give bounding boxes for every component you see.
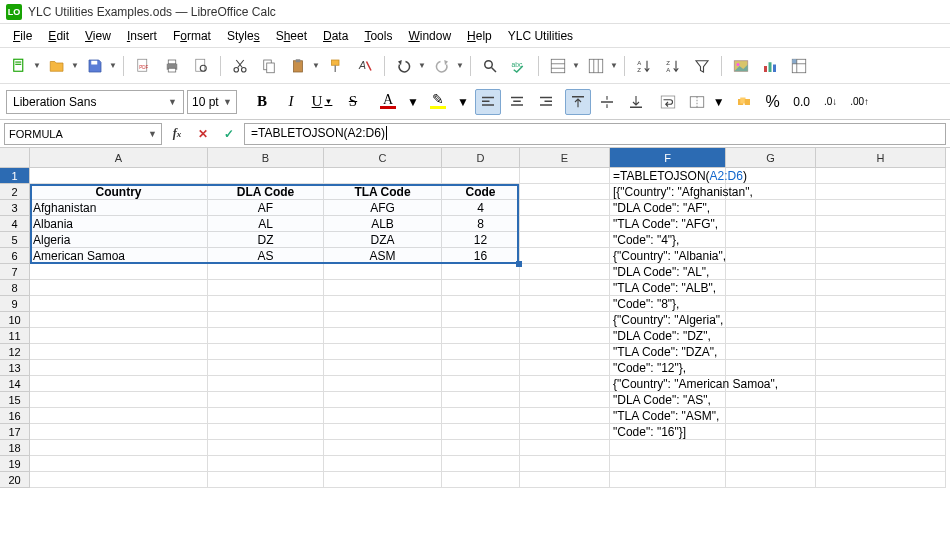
menu-tools[interactable]: Tools [357,27,399,45]
cell-A5[interactable]: Algeria [30,232,208,248]
cell-F4[interactable]: "TLA Code": "AFG", [610,216,726,232]
cell-D15[interactable] [442,392,520,408]
cell-A11[interactable] [30,328,208,344]
cell-F3[interactable]: "DLA Code": "AF", [610,200,726,216]
cell-E20[interactable] [520,472,610,488]
cell-G18[interactable] [726,440,816,456]
cell-E12[interactable] [520,344,610,360]
cell-F16[interactable]: "TLA Code": "ASM", [610,408,726,424]
row-header-4[interactable]: 4 [0,216,30,232]
cell-D18[interactable] [442,440,520,456]
insert-chart-button[interactable] [757,53,783,79]
redo-button[interactable] [429,53,455,79]
cell-D6[interactable]: 16 [442,248,520,264]
cell-E7[interactable] [520,264,610,280]
cell-C5[interactable]: DZA [324,232,442,248]
cell-D11[interactable] [442,328,520,344]
cell-G15[interactable] [726,392,816,408]
cell-G8[interactable] [726,280,816,296]
cell-B14[interactable] [208,376,324,392]
cell-C12[interactable] [324,344,442,360]
cell-E16[interactable] [520,408,610,424]
cell-E5[interactable] [520,232,610,248]
row-header-17[interactable]: 17 [0,424,30,440]
cell-H1[interactable] [816,168,946,184]
cell-H16[interactable] [816,408,946,424]
cell-B18[interactable] [208,440,324,456]
percent-button[interactable]: % [760,89,786,115]
paste-dropdown[interactable]: ▼ [312,61,320,70]
cell-C2[interactable]: TLA Code [324,184,442,200]
cell-B8[interactable] [208,280,324,296]
cell-B16[interactable] [208,408,324,424]
column-header-C[interactable]: C [324,148,442,168]
cell-H2[interactable] [816,184,946,200]
row-header-9[interactable]: 9 [0,296,30,312]
cell-B12[interactable] [208,344,324,360]
cell-A2[interactable]: Country [30,184,208,200]
column-header-E[interactable]: E [520,148,610,168]
cell-H15[interactable] [816,392,946,408]
new-doc-button[interactable] [6,53,32,79]
print-button[interactable] [159,53,185,79]
align-center-button[interactable] [504,89,530,115]
cell-D1[interactable] [442,168,520,184]
cell-H12[interactable] [816,344,946,360]
cell-H20[interactable] [816,472,946,488]
align-top-button[interactable] [565,89,591,115]
copy-button[interactable] [256,53,282,79]
column-header-A[interactable]: A [30,148,208,168]
column-header-H[interactable]: H [816,148,946,168]
cell-D4[interactable]: 8 [442,216,520,232]
cell-C3[interactable]: AFG [324,200,442,216]
cell-A9[interactable] [30,296,208,312]
cell-F17[interactable]: "Code": "16"}] [610,424,726,440]
cell-F20[interactable] [610,472,726,488]
cell-A8[interactable] [30,280,208,296]
cell-E9[interactable] [520,296,610,312]
remove-decimal-button[interactable]: .0↓ [818,89,844,115]
cell-B6[interactable]: AS [208,248,324,264]
cell-F8[interactable]: "TLA Code": "ALB", [610,280,726,296]
autofilter-button[interactable] [689,53,715,79]
column-header-B[interactable]: B [208,148,324,168]
menu-help[interactable]: Help [460,27,499,45]
cell-F11[interactable]: "DLA Code": "DZ", [610,328,726,344]
cell-B15[interactable] [208,392,324,408]
cell-G3[interactable] [726,200,816,216]
cell-G10[interactable] [726,312,816,328]
paste-button[interactable] [285,53,311,79]
menu-file[interactable]: File [6,27,39,45]
spreadsheet-grid[interactable]: ABCDEFGH 1=TABLETOJSON(A2:D6)2CountryDLA… [0,148,950,554]
cell-H10[interactable] [816,312,946,328]
bold-button[interactable]: B [249,89,275,115]
accept-button[interactable]: ✓ [218,123,240,145]
row-header-10[interactable]: 10 [0,312,30,328]
cell-D2[interactable]: Code [442,184,520,200]
cell-C17[interactable] [324,424,442,440]
cell-C14[interactable] [324,376,442,392]
cell-C6[interactable]: ASM [324,248,442,264]
cell-F5[interactable]: "Code": "4"}, [610,232,726,248]
cell-A18[interactable] [30,440,208,456]
menu-styles[interactable]: Styles [220,27,267,45]
row-header-16[interactable]: 16 [0,408,30,424]
undo-button[interactable] [391,53,417,79]
highlight-dropdown[interactable]: ▼ [457,95,469,109]
cell-C4[interactable]: ALB [324,216,442,232]
cell-E8[interactable] [520,280,610,296]
cell-H8[interactable] [816,280,946,296]
cell-H11[interactable] [816,328,946,344]
cell-C20[interactable] [324,472,442,488]
column-header-F[interactable]: F [610,148,726,168]
cell-F12[interactable]: "TLA Code": "DZA", [610,344,726,360]
cell-B20[interactable] [208,472,324,488]
cell-A10[interactable] [30,312,208,328]
cell-A3[interactable]: Afghanistan [30,200,208,216]
cell-D13[interactable] [442,360,520,376]
merge-dropdown[interactable]: ▼ [713,95,725,109]
print-preview-button[interactable] [188,53,214,79]
cell-A7[interactable] [30,264,208,280]
cut-button[interactable] [227,53,253,79]
sort-asc-button[interactable]: AZ [631,53,657,79]
